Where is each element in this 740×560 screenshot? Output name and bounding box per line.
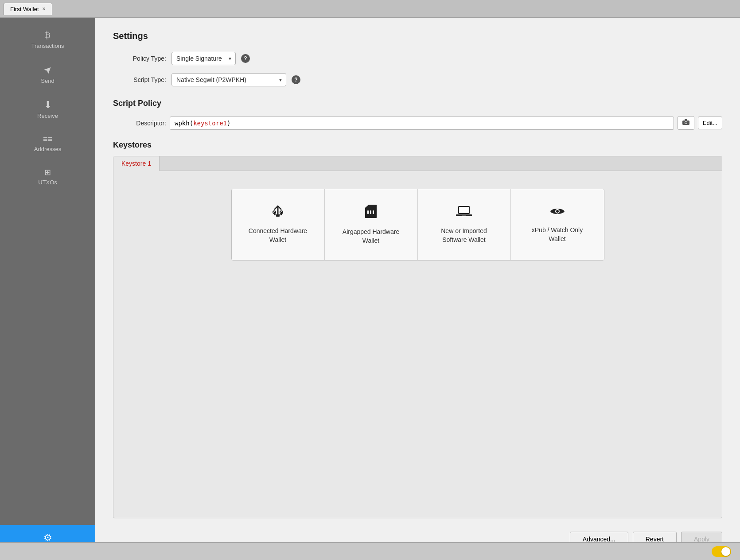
sdcard-icon bbox=[364, 204, 378, 222]
descriptor-display[interactable]: wpkh(keystore1) bbox=[170, 117, 674, 130]
wallet-tab[interactable]: First Wallet × bbox=[4, 3, 52, 15]
title-bar: First Wallet × bbox=[0, 0, 740, 18]
script-type-label: Script Type: bbox=[113, 76, 166, 83]
tab-close-icon[interactable]: × bbox=[43, 6, 46, 12]
descriptor-label: Descriptor: bbox=[113, 120, 166, 127]
connected-hw-label: Connected HardwareWallet bbox=[249, 227, 307, 244]
svg-point-15 bbox=[556, 210, 559, 213]
camera-button[interactable] bbox=[678, 116, 694, 130]
policy-type-row: Policy Type: Single Signature Multi Sign… bbox=[113, 52, 722, 65]
svg-rect-13 bbox=[462, 215, 466, 216]
keystore-tabs: Keystore 1 bbox=[113, 156, 722, 171]
bottom-bar bbox=[0, 542, 740, 560]
descriptor-prefix: wpkh( bbox=[175, 120, 193, 127]
svg-rect-7 bbox=[367, 210, 369, 214]
receive-icon: ⬇ bbox=[44, 100, 52, 110]
sidebar-label-send: Send bbox=[41, 78, 54, 84]
script-policy-title: Script Policy bbox=[113, 99, 722, 108]
settings-icon: ⚙ bbox=[43, 533, 52, 543]
eye-icon bbox=[549, 206, 565, 220]
send-icon: ➤ bbox=[41, 64, 54, 76]
airgapped-hardware-wallet-card[interactable]: Airgapped HardwareWallet bbox=[325, 189, 418, 260]
sidebar-item-send[interactable]: ➤ Send bbox=[0, 57, 95, 92]
xpub-watch-wallet-card[interactable]: xPub / Watch OnlyWallet bbox=[511, 189, 604, 260]
bitcoin-icon: ₿ bbox=[45, 30, 50, 40]
svg-point-2 bbox=[685, 122, 687, 124]
descriptor-suffix: ) bbox=[227, 120, 230, 127]
sidebar-item-utxos[interactable]: ⊞ UTXOs bbox=[0, 160, 95, 194]
tab-label: First Wallet bbox=[10, 6, 39, 12]
svg-rect-11 bbox=[459, 207, 469, 213]
svg-rect-6 bbox=[276, 215, 280, 217]
addresses-icon: ≡≡ bbox=[43, 135, 52, 143]
keystores-title: Keystores bbox=[113, 140, 722, 150]
policy-type-select-wrapper[interactable]: Single Signature Multi Signature bbox=[171, 52, 236, 65]
sidebar: ₿ Transactions ➤ Send ⬇ Receive ≡≡ Addre… bbox=[0, 18, 95, 560]
software-wallet-card[interactable]: New or ImportedSoftware Wallet bbox=[418, 189, 511, 260]
policy-type-help-icon[interactable]: ? bbox=[241, 54, 250, 63]
wallet-cards: Connected HardwareWallet Airga bbox=[231, 189, 604, 261]
script-type-row: Script Type: Native Segwit (P2WPKH) Wrap… bbox=[113, 73, 722, 86]
settings-title: Settings bbox=[113, 31, 722, 41]
edit-button[interactable]: Edit... bbox=[698, 117, 722, 129]
theme-toggle[interactable] bbox=[712, 546, 731, 557]
airgapped-hw-label: Airgapped HardwareWallet bbox=[343, 228, 399, 245]
sidebar-item-receive[interactable]: ⬇ Receive bbox=[0, 92, 95, 127]
policy-type-label: Policy Type: bbox=[113, 55, 166, 62]
keystore-panel: Keystore 1 bbox=[113, 156, 722, 518]
script-type-select-wrapper[interactable]: Native Segwit (P2WPKH) Wrapped Segwit (P… bbox=[171, 73, 286, 86]
usb-icon bbox=[270, 205, 286, 221]
keystore-tab-1[interactable]: Keystore 1 bbox=[113, 156, 160, 171]
sidebar-item-transactions[interactable]: ₿ Transactions bbox=[0, 22, 95, 57]
main-content: Settings Policy Type: Single Signature M… bbox=[95, 18, 740, 560]
app-container: ₿ Transactions ➤ Send ⬇ Receive ≡≡ Addre… bbox=[0, 18, 740, 560]
svg-rect-9 bbox=[373, 210, 374, 214]
software-wallet-label: New or ImportedSoftware Wallet bbox=[441, 227, 487, 244]
script-type-select[interactable]: Native Segwit (P2WPKH) Wrapped Segwit (P… bbox=[171, 73, 286, 86]
utxos-icon: ⊞ bbox=[44, 168, 51, 176]
sidebar-label-receive: Receive bbox=[37, 113, 58, 119]
xpub-watch-label: xPub / Watch OnlyWallet bbox=[532, 226, 583, 243]
sidebar-label-transactions: Transactions bbox=[31, 43, 64, 49]
script-type-help-icon[interactable]: ? bbox=[292, 75, 300, 84]
policy-type-select[interactable]: Single Signature Multi Signature bbox=[171, 52, 236, 65]
svg-rect-3 bbox=[685, 119, 687, 121]
sidebar-label-addresses: Addresses bbox=[34, 146, 61, 152]
connected-hardware-wallet-card[interactable]: Connected HardwareWallet bbox=[232, 189, 325, 260]
laptop-icon bbox=[456, 205, 472, 221]
svg-rect-8 bbox=[370, 210, 371, 214]
descriptor-keyword: keystore1 bbox=[193, 120, 227, 127]
keystore-content: Connected HardwareWallet Airga bbox=[113, 171, 722, 278]
sidebar-label-utxos: UTXOs bbox=[38, 179, 57, 186]
toggle-knob bbox=[721, 547, 730, 556]
descriptor-row: Descriptor: wpkh(keystore1) Edit... bbox=[113, 116, 722, 130]
sidebar-item-addresses[interactable]: ≡≡ Addresses bbox=[0, 127, 95, 160]
